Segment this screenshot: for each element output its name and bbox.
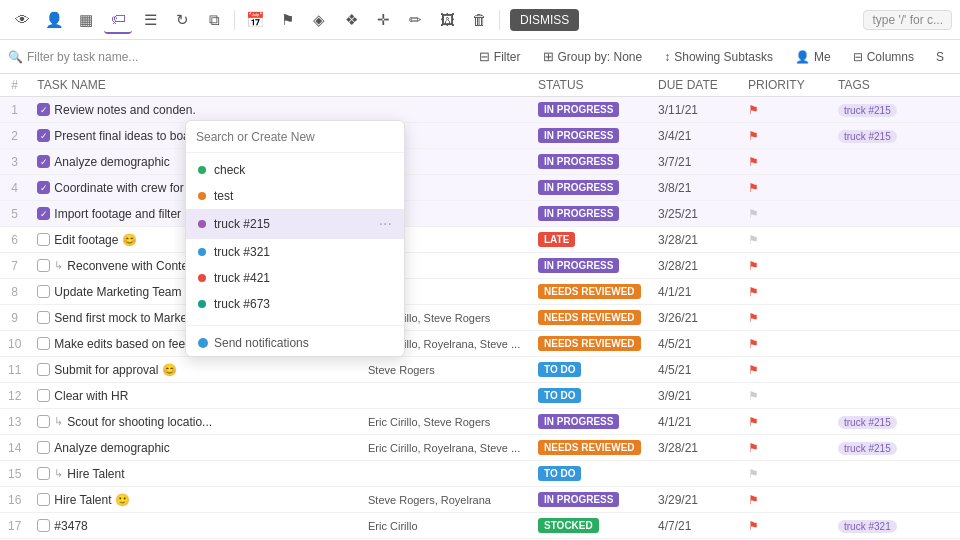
priority-cell[interactable]: ⚑ xyxy=(740,305,830,331)
priority-cell[interactable]: ⚑ xyxy=(740,409,830,435)
task-checkbox[interactable] xyxy=(37,467,50,480)
edit-icon[interactable]: ✏ xyxy=(401,6,429,34)
status-cell[interactable]: TO DO xyxy=(530,461,650,487)
image-icon[interactable]: 🖼 xyxy=(433,6,461,34)
diamond-icon[interactable]: ◈ xyxy=(305,6,333,34)
tags-cell[interactable] xyxy=(830,227,960,253)
task-checkbox[interactable] xyxy=(37,285,50,298)
col-task-header[interactable]: TASK NAME xyxy=(29,74,360,97)
task-checkbox[interactable] xyxy=(37,415,50,428)
me-button[interactable]: 👤 Me xyxy=(787,48,839,66)
tags-cell[interactable] xyxy=(830,175,960,201)
tag-search-input[interactable] xyxy=(196,130,394,144)
tags-cell[interactable] xyxy=(830,461,960,487)
task-checkbox[interactable]: ✓ xyxy=(37,103,50,116)
tag-item[interactable]: truck #421 xyxy=(186,265,404,291)
tags-cell[interactable] xyxy=(830,357,960,383)
table-row[interactable]: 3 ✓ Analyze demographic IN PROGRESS 3/7/… xyxy=(0,149,960,175)
priority-cell[interactable]: ⚑ xyxy=(740,331,830,357)
eye-icon[interactable]: 👁 xyxy=(8,6,36,34)
tags-cell[interactable]: truck #215 xyxy=(830,409,960,435)
task-name-cell[interactable]: Hire Talent 🙂 xyxy=(29,487,360,513)
task-name-cell[interactable]: Analyze demographic xyxy=(29,435,360,461)
task-checkbox[interactable]: ✓ xyxy=(37,129,50,142)
task-checkbox[interactable] xyxy=(37,233,50,246)
priority-cell[interactable]: ⚑ xyxy=(740,487,830,513)
priority-cell[interactable]: ⚑ xyxy=(740,175,830,201)
priority-cell[interactable]: ⚑ xyxy=(740,357,830,383)
priority-cell[interactable]: ⚑ xyxy=(740,461,830,487)
filter-input-area[interactable]: 🔍 Filter by task name... xyxy=(8,50,138,64)
move-icon[interactable]: ✛ xyxy=(369,6,397,34)
task-name-cell[interactable]: Clear with HR xyxy=(29,383,360,409)
task-name-cell[interactable]: Submit for approval 😊 xyxy=(29,357,360,383)
status-cell[interactable]: IN PROGRESS xyxy=(530,123,650,149)
table-row[interactable]: 12 Clear with HR TO DO 3/9/21 ⚑ xyxy=(0,383,960,409)
status-cell[interactable]: IN PROGRESS xyxy=(530,409,650,435)
task-checkbox[interactable] xyxy=(37,363,50,376)
tags-cell[interactable] xyxy=(830,305,960,331)
tag-item[interactable]: truck #321 xyxy=(186,239,404,265)
table-row[interactable]: 16 Hire Talent 🙂 Steve Rogers, Royelrana… xyxy=(0,487,960,513)
trash-icon[interactable]: 🗑 xyxy=(465,6,493,34)
copy-icon[interactable]: ⧉ xyxy=(200,6,228,34)
status-cell[interactable]: IN PROGRESS xyxy=(530,253,650,279)
status-cell[interactable]: TO DO xyxy=(530,383,650,409)
priority-cell[interactable]: ⚑ xyxy=(740,435,830,461)
table-row[interactable]: 13 ↳ Scout for shooting locatio... Eric … xyxy=(0,409,960,435)
table-row[interactable]: 15 ↳ Hire Talent TO DO ⚑ xyxy=(0,461,960,487)
status-cell[interactable]: NEEDS REVIEWED xyxy=(530,305,650,331)
send-notifications-option[interactable]: Send notifications xyxy=(186,330,404,356)
user-icon[interactable]: 👤 xyxy=(40,6,68,34)
tags-cell[interactable] xyxy=(830,201,960,227)
task-name-cell[interactable]: ✓ Review notes and conden. xyxy=(29,97,360,123)
status-cell[interactable]: IN PROGRESS xyxy=(530,175,650,201)
table-row[interactable]: 6 Edit footage 😊 LATE 3/28/21 ⚑ xyxy=(0,227,960,253)
flag-icon[interactable]: ⚑ xyxy=(273,6,301,34)
tag-item[interactable]: test xyxy=(186,183,404,209)
task-checkbox[interactable]: ✓ xyxy=(37,207,50,220)
table-row[interactable]: 4 ✓ Coordinate with crew for cat. IN PRO… xyxy=(0,175,960,201)
calendar-icon[interactable]: 📅 xyxy=(241,6,269,34)
tag-search-area[interactable] xyxy=(186,121,404,153)
task-name-cell[interactable]: #3478 xyxy=(29,513,360,539)
layers-icon[interactable]: ❖ xyxy=(337,6,365,34)
table-row[interactable]: 7 ↳ Reconvene with Content ... IN PROGRE… xyxy=(0,253,960,279)
table-row[interactable]: 11 Submit for approval 😊 Steve Rogers TO… xyxy=(0,357,960,383)
list-icon[interactable]: ☰ xyxy=(136,6,164,34)
columns-button[interactable]: ⊟ Columns xyxy=(845,48,922,66)
priority-cell[interactable]: ⚑ xyxy=(740,227,830,253)
tags-cell[interactable]: truck #215 xyxy=(830,123,960,149)
s-button[interactable]: S xyxy=(928,48,952,66)
tags-cell[interactable] xyxy=(830,279,960,305)
table-row[interactable]: 17 #3478 Eric Cirillo STOCKED 4/7/21 ⚑ t… xyxy=(0,513,960,539)
tags-cell[interactable]: truck #321 xyxy=(830,513,960,539)
tags-cell[interactable] xyxy=(830,487,960,513)
tag-item[interactable]: check xyxy=(186,157,404,183)
tag-dropdown[interactable]: check test truck #215 ··· truck #321 tru… xyxy=(185,120,405,357)
table-row[interactable]: 9 Send first mock to Marketing... Eric C… xyxy=(0,305,960,331)
table-row[interactable]: 14 Analyze demographic Eric Cirillo, Roy… xyxy=(0,435,960,461)
status-cell[interactable]: NEEDS REVIEWED xyxy=(530,331,650,357)
status-cell[interactable]: IN PROGRESS xyxy=(530,201,650,227)
group-by-button[interactable]: ⊞ Group by: None xyxy=(535,47,651,66)
tags-cell[interactable] xyxy=(830,331,960,357)
table-row[interactable]: 1 ✓ Review notes and conden. IN PROGRESS… xyxy=(0,97,960,123)
table-row[interactable]: 5 ✓ Import footage and filter IN PROGRES… xyxy=(0,201,960,227)
col-due-header[interactable]: DUE DATE xyxy=(650,74,740,97)
priority-cell[interactable]: ⚑ xyxy=(740,383,830,409)
status-cell[interactable]: TO DO xyxy=(530,357,650,383)
tag-more-icon[interactable]: ··· xyxy=(379,215,392,233)
col-tags-header[interactable]: TAGS xyxy=(830,74,960,97)
priority-cell[interactable]: ⚑ xyxy=(740,279,830,305)
task-checkbox[interactable] xyxy=(37,337,50,350)
status-cell[interactable]: IN PROGRESS xyxy=(530,487,650,513)
status-cell[interactable]: STOCKED xyxy=(530,513,650,539)
subtasks-button[interactable]: ↕ Showing Subtasks xyxy=(656,48,781,66)
status-cell[interactable]: NEEDS REVIEWED xyxy=(530,435,650,461)
priority-cell[interactable]: ⚑ xyxy=(740,97,830,123)
status-cell[interactable]: LATE xyxy=(530,227,650,253)
status-cell[interactable]: IN PROGRESS xyxy=(530,97,650,123)
filter-button[interactable]: ⊟ Filter xyxy=(471,47,529,66)
table-row[interactable]: 2 ✓ Present final ideas to boa. IN PROGR… xyxy=(0,123,960,149)
